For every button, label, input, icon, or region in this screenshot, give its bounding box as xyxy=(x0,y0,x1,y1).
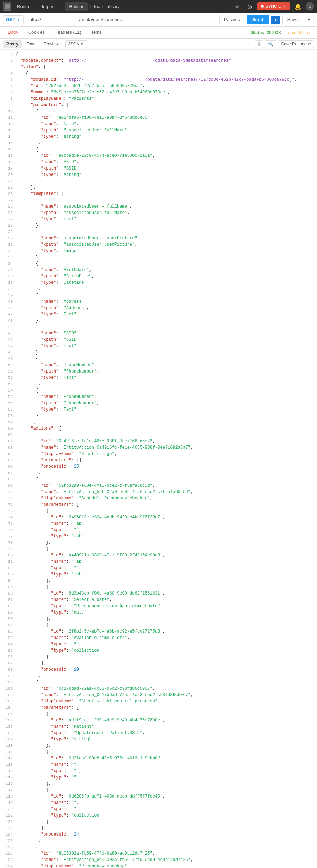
table-row: 122 } xyxy=(3,819,314,825)
line-number: 99 xyxy=(3,673,13,679)
bell-icon[interactable]: 🔔 xyxy=(293,1,303,11)
line-content: "xpath": "associatedUser.userPicture", xyxy=(15,241,137,248)
table-row: 85 { xyxy=(3,584,314,590)
line-number: 52 xyxy=(3,375,13,381)
user-avatar[interactable]: U xyxy=(306,2,314,11)
save-response-button[interactable]: Save Response xyxy=(278,40,314,48)
line-content: { xyxy=(15,584,49,590)
send-dropdown-button[interactable]: ▼ xyxy=(271,16,281,24)
table-row: 41 "xpath": "Address", xyxy=(3,305,314,311)
table-row: 14 "type": "string" xyxy=(3,134,314,140)
target-icon[interactable]: ◎ xyxy=(245,1,255,11)
line-number: 77 xyxy=(3,533,13,540)
tab-cookies[interactable]: Cookies xyxy=(23,27,50,38)
tab-body[interactable]: Body xyxy=(3,27,23,38)
builder-button[interactable]: Builder xyxy=(65,2,87,11)
line-content: "@odata.context": "http:// /odata/data/$… xyxy=(15,57,234,64)
line-number: 87 xyxy=(3,597,13,603)
table-row: 64 "displayName": "Start triage", xyxy=(3,451,314,457)
line-number: 49 xyxy=(3,356,13,362)
line-number: 1 xyxy=(3,51,13,57)
line-content: "name": "Name", xyxy=(15,121,79,127)
resp-tab-raw[interactable]: Raw xyxy=(23,40,39,48)
tab-headers[interactable]: Headers (11) xyxy=(50,27,86,38)
team-library-link[interactable]: Team Library xyxy=(93,4,119,9)
settings-icon[interactable]: ⚙ xyxy=(232,1,242,11)
table-row: 5 "@odata.id": "http:// /odata/data/sear… xyxy=(3,76,314,83)
line-content: "name": "EntityAction_0d17bdad-72aa-4c68… xyxy=(15,692,193,698)
copy-response-button[interactable]: ⎘ xyxy=(255,40,263,48)
method-select[interactable]: GET ▼ xyxy=(3,15,24,24)
save-dropdown-button[interactable]: ▼ xyxy=(304,16,314,24)
line-content: }, xyxy=(15,254,41,260)
line-number: 86 xyxy=(3,590,13,597)
table-row: 40 "name": "Address", xyxy=(3,298,314,305)
search-response-button[interactable]: 🔍 xyxy=(265,40,276,48)
params-button[interactable]: Params xyxy=(219,15,244,24)
line-content: "xpath": "SSID", xyxy=(15,165,81,172)
line-number: 74 xyxy=(3,514,13,521)
table-row: 102 "name": "EntityAction_0d17bdad-72aa-… xyxy=(3,692,314,698)
save-button[interactable]: Save xyxy=(282,15,302,24)
line-content: "type": "Text" xyxy=(15,216,76,222)
runner-button[interactable]: Runner xyxy=(13,2,36,11)
table-row: 98 "processId": 10 xyxy=(3,666,314,673)
line-content: "displayName": "Patients", xyxy=(15,96,97,102)
tab-tests[interactable]: Tests xyxy=(86,27,106,38)
table-row: 38 }, xyxy=(3,286,314,292)
url-input[interactable] xyxy=(26,15,217,24)
line-number: 102 xyxy=(3,692,13,698)
request-tabs: Body Cookies Headers (11) Tests Status: … xyxy=(0,27,317,39)
line-number: 100 xyxy=(3,679,13,685)
line-content: { xyxy=(15,546,49,552)
table-row: 3 "value": [ xyxy=(3,64,314,70)
line-content: "parameters": [ xyxy=(15,501,79,508)
import-button[interactable]: Import xyxy=(38,2,59,11)
resp-tab-preview[interactable]: Preview xyxy=(40,40,62,48)
line-content: "type": "collection" xyxy=(15,647,102,654)
app-logo[interactable] xyxy=(3,2,11,11)
table-row: 9 "parameters": [ xyxy=(3,102,314,108)
line-content: "displayName": "Schedule Pregnancy check… xyxy=(15,495,153,501)
line-content: "xpath": "PhoneNumber", xyxy=(15,400,99,406)
line-number: 26 xyxy=(3,210,13,216)
line-content: "xpath": "", xyxy=(15,641,81,647)
table-row: 113 "name": "", xyxy=(3,762,314,768)
send-button[interactable]: Send xyxy=(247,15,269,24)
line-number: 73 xyxy=(3,508,13,514)
line-number: 68 xyxy=(3,476,13,482)
json-response-content: 1{2 "@odata.context": "http:// /odata/da… xyxy=(0,50,317,868)
format-select[interactable]: JSON ▼ xyxy=(65,40,87,48)
table-row: 63 "name": "EntityAction_0a4916fc-fe1e-4… xyxy=(3,444,314,451)
sync-button[interactable]: SYNC OFF xyxy=(257,2,290,10)
line-number: 60 xyxy=(3,425,13,432)
line-content: { xyxy=(15,197,38,203)
line-content: }, xyxy=(15,781,51,787)
line-number: 19 xyxy=(3,165,13,172)
table-row: 39 { xyxy=(3,292,314,298)
table-row: 77 "type": "tab" xyxy=(3,533,314,540)
line-number: 85 xyxy=(3,584,13,590)
line-content: "id": "8d3b48eb-f06e-4a60-9e00-de62f1561… xyxy=(15,590,165,597)
line-content: }, xyxy=(15,673,41,679)
line-content: "type": "string" xyxy=(15,134,81,140)
line-number: 119 xyxy=(3,800,13,806)
line-content: "xpath": "PhoneNumber", xyxy=(15,368,99,375)
table-row: 54 { xyxy=(3,387,314,394)
format-chevron-icon: ▼ xyxy=(80,42,84,46)
line-content: "processId": 10 xyxy=(15,666,79,673)
line-content: "template": [ xyxy=(15,191,64,197)
line-content: ], xyxy=(15,825,46,831)
line-number: 10 xyxy=(3,108,13,115)
line-number: 129 xyxy=(3,863,13,868)
logo-icon xyxy=(5,4,10,9)
resp-tab-pretty[interactable]: Pretty xyxy=(3,40,22,48)
table-row: 129 "displayName": "Pregnancy checkup", xyxy=(3,863,314,868)
table-row: 17 "id": "a0cbed5e-22c0-4574-ace0-71e800… xyxy=(3,153,314,159)
line-number: 88 xyxy=(3,603,13,609)
table-row: 35 "name": "BirthDate", xyxy=(3,267,314,273)
table-row: 90 }, xyxy=(3,616,314,622)
sync-dot-icon xyxy=(261,5,264,8)
line-number: 84 xyxy=(3,578,13,584)
line-content: "displayName": "Pregnancy checkup", xyxy=(15,863,130,868)
